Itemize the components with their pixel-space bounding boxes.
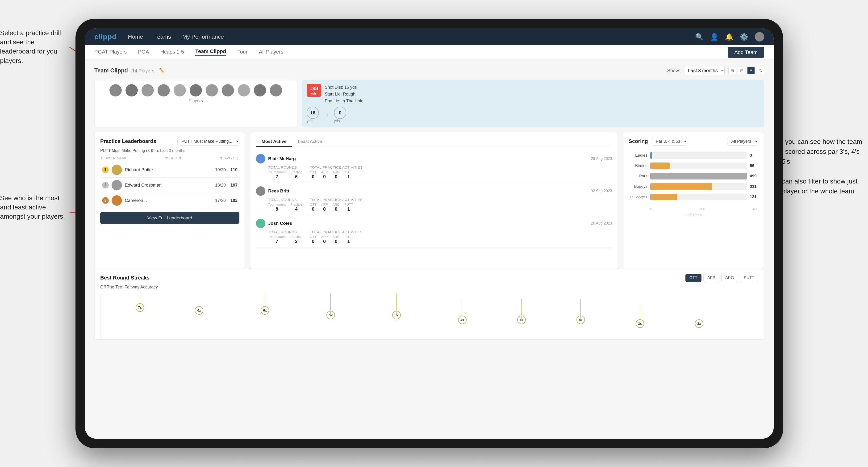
lb-avatar-3 bbox=[112, 195, 122, 206]
practice-leaderboards-card: Practice Leaderboards PUTT Must Make Put… bbox=[94, 132, 245, 269]
player-avatar[interactable] bbox=[174, 84, 186, 96]
shot-card: 198 yds Shot Dist: 16 yds Start Lie: Rou… bbox=[302, 80, 764, 127]
player-avatar[interactable] bbox=[142, 84, 154, 96]
nav-item-performance[interactable]: My Performance bbox=[182, 33, 224, 40]
sub-nav-tour[interactable]: Tour bbox=[237, 49, 247, 56]
settings-icon[interactable]: ⚙️ bbox=[740, 33, 748, 41]
sub-nav-pga[interactable]: PGA bbox=[138, 49, 149, 56]
streak-dot-6: 4x bbox=[458, 316, 467, 324]
activity-name-3: Josh Coles bbox=[268, 221, 588, 226]
streaks-btn-ott[interactable]: OTT bbox=[685, 274, 702, 282]
streaks-btn-arg[interactable]: ARG bbox=[721, 274, 738, 282]
bar-row-pars: Pars 499 bbox=[628, 173, 758, 180]
player-activity-row: Blair McHarg 26 Aug 2023 Total Rounds To… bbox=[256, 151, 612, 183]
practice-dropdown[interactable]: PUTT Must Make Putting... bbox=[177, 137, 239, 146]
nav-item-teams[interactable]: Teams bbox=[154, 33, 171, 40]
search-icon[interactable]: 🔍 bbox=[695, 33, 704, 41]
profile-icon[interactable]: 👤 bbox=[710, 33, 718, 41]
nav-item-home[interactable]: Home bbox=[128, 33, 143, 40]
edit-icon[interactable]: ✏️ bbox=[159, 68, 165, 73]
add-team-button[interactable]: Add Team bbox=[728, 47, 764, 58]
bar-row-birdies: Birdies 96 bbox=[628, 162, 758, 169]
col-pb-avg: PB AVG SQ bbox=[219, 156, 239, 160]
main-content: Team Clippd | 14 Players ✏️ Show: Last 3… bbox=[85, 59, 774, 439]
player-avatar[interactable] bbox=[222, 84, 234, 96]
chart-x-axis: 0 200 400 bbox=[628, 207, 758, 211]
activity-date-1: 26 Aug 2023 bbox=[591, 157, 612, 161]
player-avatar[interactable] bbox=[158, 84, 170, 96]
end-lie: End Lie: In The Hole bbox=[325, 98, 364, 104]
streaks-title: Best Round Streaks bbox=[100, 275, 150, 281]
sub-nav-pgat[interactable]: PGAT Players bbox=[94, 49, 127, 56]
player-activity-header: Rees Britt 02 Sep 2023 bbox=[256, 186, 612, 196]
sub-nav-all-players[interactable]: All Players bbox=[259, 49, 283, 56]
player-avatar[interactable] bbox=[206, 84, 218, 96]
activity-name-1: Blair McHarg bbox=[268, 156, 588, 161]
streaks-filter-buttons: OTT APP ARG PUTT bbox=[685, 274, 758, 282]
player-avatar[interactable] bbox=[254, 84, 266, 96]
rank-2: 2 bbox=[102, 182, 109, 188]
sub-nav: PGAT Players PGA Hcaps 1-5 Team Clippd T… bbox=[85, 45, 774, 59]
rank-3: 3 bbox=[102, 197, 109, 204]
shot-dist: Shot Dist: 16 yds bbox=[325, 84, 364, 91]
circle-start: 16 bbox=[307, 106, 319, 119]
show-select[interactable]: Last 3 months bbox=[684, 66, 724, 75]
grid-view-3[interactable]: ≡ bbox=[747, 67, 755, 74]
rank-1: 1 bbox=[102, 166, 109, 173]
scoring-header: Scoring Par 3, 4 & 5s All Players bbox=[628, 137, 758, 146]
bar-label-birdies: Birdies bbox=[628, 163, 647, 168]
bar-fill-dbogeys bbox=[650, 194, 677, 200]
practice-period: Last 3 months bbox=[160, 148, 185, 153]
practice-header: Practice Leaderboards PUTT Must Make Put… bbox=[100, 137, 239, 146]
lb-score-1: 19/20 bbox=[215, 167, 226, 173]
active-tabs: Most Active Least Active bbox=[256, 137, 612, 147]
scoring-title: Scoring bbox=[628, 138, 648, 144]
grid-view-1[interactable]: ⊞ bbox=[728, 67, 736, 74]
streaks-btn-putt[interactable]: PUTT bbox=[740, 274, 758, 282]
bar-value-pars: 499 bbox=[750, 174, 758, 179]
player-activity-header: Josh Coles 26 Aug 2023 bbox=[256, 219, 612, 228]
tab-most-active[interactable]: Most Active bbox=[256, 137, 292, 147]
show-filter: Show: Last 3 months ⊞ ⊟ ≡ ⇅ bbox=[667, 66, 764, 75]
leaderboard-row: 3 Cameron... 17/20 103 bbox=[100, 193, 239, 208]
players-avatars bbox=[100, 84, 291, 96]
player-avatar[interactable] bbox=[190, 84, 202, 96]
filter-view[interactable]: ⇅ bbox=[757, 67, 764, 74]
team-title: Team Clippd | 14 Players bbox=[94, 67, 154, 74]
avatar[interactable] bbox=[755, 32, 764, 41]
player-avatar[interactable] bbox=[238, 84, 250, 96]
tab-least-active[interactable]: Least Active bbox=[292, 137, 328, 147]
shot-info: Shot Dist: 16 yds Start Lie: Rough End L… bbox=[325, 84, 364, 104]
sub-nav-hcaps[interactable]: Hcaps 1-5 bbox=[160, 49, 184, 56]
practice-leaderboards-title: Practice Leaderboards bbox=[100, 138, 156, 144]
grid-view-2[interactable]: ⊟ bbox=[738, 67, 745, 74]
player-avatar[interactable] bbox=[270, 84, 282, 96]
scoring-card: Scoring Par 3, 4 & 5s All Players Eagles bbox=[623, 132, 764, 269]
player-count: | 14 Players bbox=[129, 68, 154, 73]
bar-value-dbogeys: 131 bbox=[750, 195, 758, 199]
nav-logo: clippd bbox=[94, 33, 117, 41]
player-avatar[interactable] bbox=[110, 84, 122, 96]
leaderboard-row: 2 Edward Crossman 18/20 107 bbox=[100, 178, 239, 193]
streak-dot-1: 7x bbox=[135, 303, 144, 312]
notification-icon[interactable]: 🔔 bbox=[725, 33, 733, 41]
view-leaderboard-button[interactable]: View Full Leaderboard bbox=[100, 212, 239, 224]
lb-name-2: Edward Crossman bbox=[125, 183, 212, 188]
tablet-frame: clippd Home Teams My Performance 🔍 👤 🔔 ⚙… bbox=[75, 19, 783, 448]
scoring-par-filter[interactable]: Par 3, 4 & 5s bbox=[652, 137, 687, 146]
streak-dot-10: 3x bbox=[695, 319, 703, 328]
streak-dot-8: 4x bbox=[577, 316, 585, 324]
main-grid: Practice Leaderboards PUTT Must Make Put… bbox=[94, 132, 764, 269]
player-avatar[interactable] bbox=[125, 84, 138, 96]
scoring-players-filter[interactable]: All Players bbox=[727, 137, 758, 146]
chart-x-label: Total Shots bbox=[628, 213, 758, 217]
bar-fill-birdies bbox=[650, 162, 670, 169]
bar-track-birdies bbox=[650, 162, 747, 169]
bar-fill-bogeys bbox=[650, 183, 712, 190]
streak-dot-7: 4x bbox=[517, 316, 526, 324]
streaks-btn-app[interactable]: APP bbox=[703, 274, 719, 282]
streaks-header: Best Round Streaks OTT APP ARG PUTT bbox=[100, 274, 758, 282]
bar-track-pars bbox=[650, 173, 747, 180]
streak-chart-area: 7x 6x 6x 5x bbox=[100, 293, 758, 340]
sub-nav-team-clippd[interactable]: Team Clippd bbox=[195, 49, 226, 56]
